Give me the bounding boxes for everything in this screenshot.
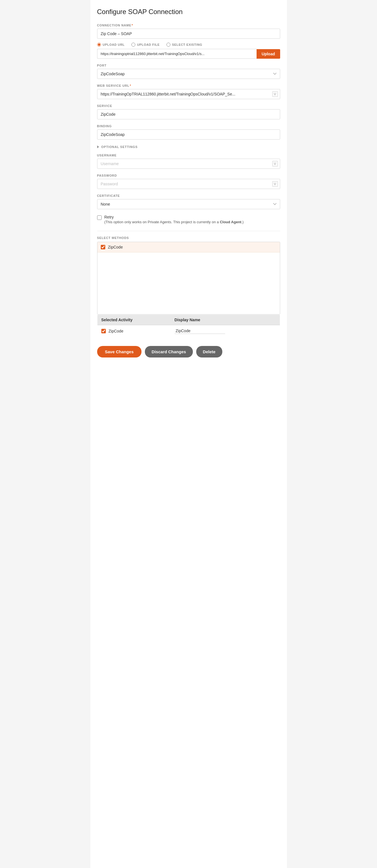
method-zipcode-checkbox[interactable] <box>101 245 105 249</box>
page-container: Configure SOAP Connection CONNECTION NAM… <box>90 0 287 868</box>
col-selected-activity: Selected Activity <box>97 315 171 325</box>
password-input[interactable] <box>97 179 280 189</box>
wsdl-url-input[interactable] <box>97 49 257 59</box>
table-row: ZipCode <box>97 325 280 337</box>
chevron-right-icon <box>97 146 99 148</box>
upload-options-group: UPLOAD URL UPLOAD FILE SELECT EXISTING <box>97 43 280 46</box>
table-header-row: Selected Activity Display Name <box>97 315 280 325</box>
username-variable-icon[interactable]: V <box>272 161 278 166</box>
service-input[interactable] <box>97 109 280 119</box>
username-label: USERNAME <box>97 154 280 157</box>
method-zipcode-name: ZipCode <box>108 245 123 249</box>
username-row: V <box>97 159 280 169</box>
radio-upload-url-input[interactable] <box>97 43 101 46</box>
connection-name-label: CONNECTION NAME* <box>97 24 280 27</box>
password-variable-icon[interactable]: V <box>272 181 278 187</box>
web-service-url-variable-icon[interactable]: V <box>272 91 278 97</box>
discard-button[interactable]: Discard Changes <box>145 346 193 358</box>
save-button[interactable]: Save Changes <box>97 346 142 358</box>
activity-table: Selected Activity Display Name ZipCode <box>97 314 280 337</box>
select-methods-label: SELECT METHODS <box>97 236 280 240</box>
web-service-url-row: V <box>97 89 280 99</box>
page-title: Configure SOAP Connection <box>97 8 280 16</box>
retry-checkbox[interactable] <box>97 215 102 220</box>
activity-check-cell: ZipCode <box>101 329 167 333</box>
delete-button[interactable]: Delete <box>196 346 222 358</box>
retry-note: (This option only works on Private Agent… <box>104 220 244 224</box>
radio-upload-url[interactable]: UPLOAD URL <box>97 43 125 46</box>
section-divider <box>97 231 280 231</box>
service-label: SERVICE <box>97 104 280 107</box>
connection-name-input[interactable] <box>97 29 280 39</box>
retry-label-container: Retry (This option only works on Private… <box>104 215 244 224</box>
certificate-select[interactable]: None <box>97 199 280 209</box>
binding-input[interactable] <box>97 129 280 140</box>
port-select[interactable]: ZipCodeSoap <box>97 69 280 79</box>
retry-label[interactable]: Retry <box>104 215 114 219</box>
retry-row: Retry (This option only works on Private… <box>97 215 280 224</box>
upload-button[interactable]: Upload <box>257 49 280 59</box>
port-label: PORT <box>97 64 280 67</box>
col-display-name: Display Name <box>171 315 280 325</box>
password-label: PASSWORD <box>97 174 280 177</box>
radio-select-existing-input[interactable] <box>166 43 170 46</box>
web-service-url-input[interactable] <box>97 89 280 99</box>
radio-upload-file[interactable]: UPLOAD FILE <box>131 43 160 46</box>
activity-zipcode-checkbox[interactable] <box>101 329 106 333</box>
methods-list: ZipCode <box>97 242 280 314</box>
display-name-input[interactable] <box>175 328 225 334</box>
table-cell-display-name <box>171 325 280 337</box>
radio-upload-file-input[interactable] <box>131 43 135 46</box>
wsdl-url-row: Upload <box>97 49 280 59</box>
methods-empty-area <box>97 252 280 314</box>
footer-buttons: Save Changes Discard Changes Delete <box>97 346 280 358</box>
username-input[interactable] <box>97 159 280 169</box>
binding-label: BINDING <box>97 124 280 128</box>
certificate-label: CERTIFICATE <box>97 194 280 197</box>
radio-select-existing[interactable]: SELECT EXISTING <box>166 43 202 46</box>
activity-zipcode-name: ZipCode <box>108 329 124 333</box>
method-item: ZipCode <box>97 242 280 252</box>
optional-settings-toggle[interactable]: OPTIONAL SETTINGS <box>97 145 280 149</box>
password-row: V <box>97 179 280 189</box>
table-cell-activity: ZipCode <box>97 325 171 337</box>
web-service-url-label: WEB SERVICE URL* <box>97 84 280 87</box>
